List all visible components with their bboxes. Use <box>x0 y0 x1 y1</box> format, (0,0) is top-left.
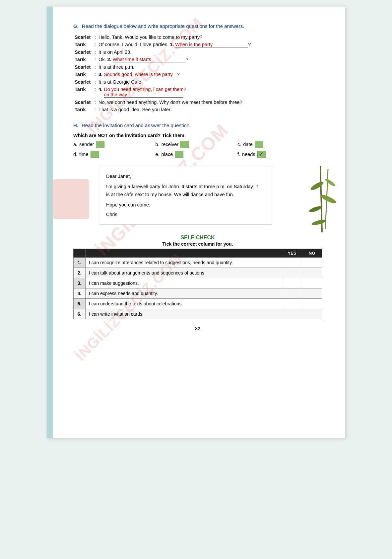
dialogue-row-3: Scarlet : It is on April 23. <box>73 48 322 56</box>
row-5-yes[interactable] <box>282 299 302 309</box>
speaker-10: Tarık <box>73 106 93 113</box>
card-greeting: Dear Janet, <box>106 172 262 181</box>
tick-label-f: f. <box>237 152 240 157</box>
tick-text-b: receiver <box>162 142 179 147</box>
dialogue-text-3: It is on April 23. <box>97 48 322 56</box>
page-number: 82 <box>73 326 322 331</box>
card-closing: Hope you can come. <box>106 201 262 209</box>
row-1-num: 1. <box>74 258 86 268</box>
dialogue-table: Scarlet : Hello, Tank. Would you like to… <box>73 34 322 113</box>
self-check-title: SELF-CHECK <box>73 235 322 241</box>
tick-box-b[interactable] <box>180 141 189 148</box>
header-num <box>74 249 86 258</box>
tick-text-c: date <box>243 142 252 147</box>
dialogue-row-10: Tarık : That is a good idea. See you lat… <box>73 106 322 113</box>
h-sub-instruction: Which are NOT on the invitation card? Ti… <box>73 133 322 138</box>
tick-text-d: time <box>79 152 88 157</box>
dialogue-row-8: Tarık : 4. Do you need anything, i can g… <box>73 86 322 99</box>
row-3-yes[interactable] <box>282 278 302 288</box>
tick-label-e: e. <box>156 152 160 157</box>
speaker-3: Scarlet <box>73 48 93 56</box>
dialogue-row-9: Scarlet : No, we don't need anything. Wh… <box>73 99 322 106</box>
card-body: I'm giving a farewell party for John. It… <box>106 183 262 199</box>
speaker-1: Scarlet <box>73 34 93 41</box>
dialogue-text-4: Ok. 2. What time it starts? <box>97 56 322 63</box>
row-6-num: 6. <box>74 309 86 319</box>
svg-point-3 <box>320 194 337 205</box>
answer-3: Sounds good, where is the party <box>104 72 177 77</box>
tick-box-d[interactable] <box>91 151 99 158</box>
tick-item-c: c. date <box>237 141 320 148</box>
header-no: NO <box>302 249 322 258</box>
dialogue-text-7: It is at Georgie Café. <box>97 78 322 86</box>
speaker-5: Scarlet <box>73 63 93 71</box>
row-3-num: 3. <box>74 278 86 288</box>
row-4-no[interactable] <box>302 288 322 299</box>
tick-box-e[interactable] <box>175 151 183 158</box>
speaker-2: Tarık <box>73 41 93 48</box>
speaker-8: Tarık <box>73 86 93 99</box>
row-5-no[interactable] <box>302 299 322 309</box>
dialogue-row-6: Tarık : 3. Sounds good, where is the par… <box>73 71 322 78</box>
row-1-no[interactable] <box>302 258 322 268</box>
dialogue-text-8: 4. Do you need anything, i can get themo… <box>97 86 322 99</box>
answer-1: When is the party <box>175 42 248 47</box>
row-4-text: I can express needs and quantity. <box>86 288 282 299</box>
tick-label-a: a. <box>73 142 77 147</box>
row-4-yes[interactable] <box>282 288 302 299</box>
svg-point-6 <box>311 219 326 226</box>
section-g-instruction: Read the dialogue below and write approp… <box>82 23 244 29</box>
row-6-yes[interactable] <box>282 309 302 319</box>
row-1-yes[interactable] <box>282 258 302 268</box>
dialogue-text-9: No, we don't need anything. Why don't we… <box>97 99 322 106</box>
dialogue-text-10: That is a good idea. See you later. <box>97 106 322 113</box>
row-2-text: I can talk about arrangements and sequen… <box>86 268 282 278</box>
tick-options: a. sender b. receiver c. date d. <box>73 141 322 161</box>
tick-row-2: d. time e. place f. needs <box>73 151 322 158</box>
row-2-no[interactable] <box>302 268 322 278</box>
self-check-row-6: 6. I can write invitation cards. <box>74 309 322 319</box>
card-signature: Chris <box>106 210 262 219</box>
row-6-no[interactable] <box>302 309 322 319</box>
row-5-num: 5. <box>74 299 86 309</box>
dialogue-text-5: It is at three p.m. <box>97 63 322 71</box>
section-g-letter: G. <box>73 23 79 29</box>
self-check-table: YES NO 1. I can recognize utterances rel… <box>73 249 322 319</box>
section-h: H. Read the invitation card and answer t… <box>73 122 322 225</box>
dialogue-text-6: 3. Sounds good, where is the party? <box>97 71 322 78</box>
self-check-row-4: 4. I can express needs and quantity. <box>74 288 322 299</box>
row-3-no[interactable] <box>302 278 322 288</box>
dialogue-row-5: Scarlet : It is at three p.m. <box>73 63 322 71</box>
tick-box-c[interactable] <box>255 141 263 148</box>
self-check-row-5: 5. I can understand the texts about cele… <box>74 299 322 309</box>
row-5-text: I can understand the texts about celebra… <box>86 299 282 309</box>
dialogue-text-1: Hello, Tank. Would you like to come to m… <box>97 34 322 41</box>
row-4-num: 4. <box>74 288 86 299</box>
section-h-letter: H. <box>73 122 78 128</box>
tick-text-e: place <box>162 152 173 157</box>
answer-2: What time it starts <box>113 57 186 62</box>
section-h-header: H. Read the invitation card and answer t… <box>73 122 322 128</box>
row-6-text: I can write invitation cards. <box>86 309 282 319</box>
speaker-4: Tarık <box>73 56 93 63</box>
row-2-num: 2. <box>74 268 86 278</box>
tick-box-a[interactable] <box>96 141 104 148</box>
bamboo-decoration <box>305 166 339 232</box>
section-h-instruction: Read the invitation card and answer the … <box>82 122 191 128</box>
dialogue-row-4: Tarık : Ok. 2. What time it starts? <box>73 56 322 63</box>
dialogue-row-7: Scarlet : It is at Georgie Café. <box>73 78 322 86</box>
row-2-yes[interactable] <box>282 268 302 278</box>
dialogue-row-2: Tarık : Of course, I would. I love parti… <box>73 41 322 48</box>
self-check-header-row: YES NO <box>74 249 322 258</box>
speaker-7: Scarlet <box>73 78 93 86</box>
tick-item-b: b. receiver <box>156 141 238 148</box>
dialogue-text-2: Of course, I would. I love parties. 1. W… <box>97 41 322 48</box>
tick-text-a: sender <box>79 142 94 147</box>
self-check-subtitle: Tick the correct column for you. <box>73 241 322 247</box>
tick-item-a: a. sender <box>73 141 156 148</box>
tick-text-f: needs <box>242 152 255 157</box>
svg-point-2 <box>309 180 324 192</box>
self-check-row-3: 3. I can make suggestions. <box>74 278 322 288</box>
svg-point-5 <box>324 178 336 188</box>
tick-box-f[interactable] <box>257 151 266 158</box>
